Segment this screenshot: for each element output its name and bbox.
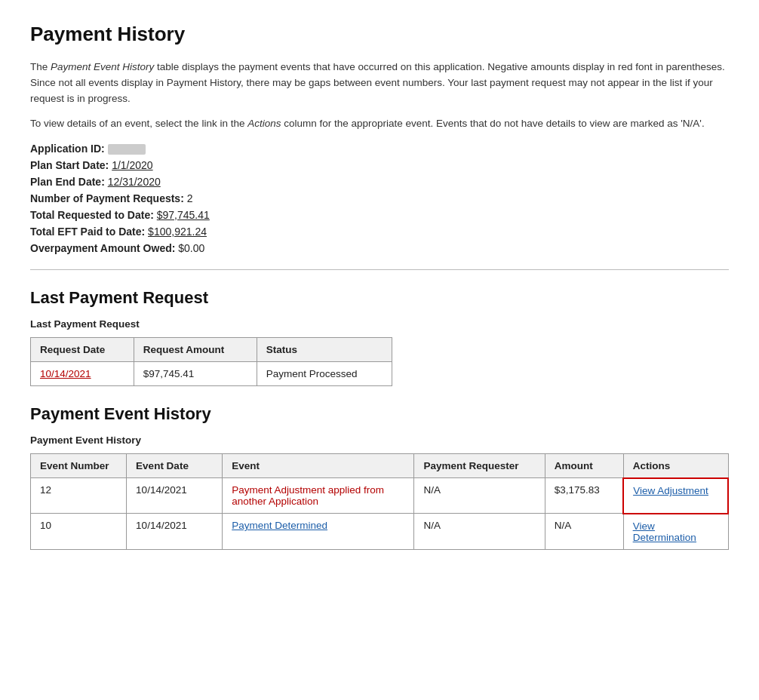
last-payment-header-row: Request Date Request Amount Status <box>31 337 392 361</box>
total-eft-label: Total EFT Paid to Date: <box>30 226 145 238</box>
num-requests-label: Number of Payment Requests: <box>30 192 184 204</box>
col-status: Status <box>257 337 392 361</box>
num-requests-row: Number of Payment Requests: 2 <box>30 192 729 204</box>
total-eft-value[interactable]: $100,921.24 <box>148 226 207 238</box>
total-requested-label: Total Requested to Date: <box>30 209 154 221</box>
cell-amount: N/A <box>545 514 623 550</box>
cell-event-date: 10/14/2021 <box>127 478 223 514</box>
plan-end-label: Plan End Date: <box>30 176 105 188</box>
application-id-row: Application ID: <box>30 143 729 155</box>
cell-event-date: 10/14/2021 <box>127 514 223 550</box>
col-payment-requester: Payment Requester <box>414 453 545 478</box>
last-payment-heading: Last Payment Request <box>30 288 729 308</box>
cell-payment-requester: N/A <box>414 478 545 514</box>
cell-request-amount: $97,745.41 <box>134 361 257 385</box>
cell-event-number: 12 <box>31 478 127 514</box>
cell-event: Payment Determined <box>223 514 414 550</box>
table-row: 12 10/14/2021 Payment Adjustment applied… <box>31 478 729 514</box>
page-title: Payment History <box>30 23 729 46</box>
payment-event-header-row: Event Number Event Date Event Payment Re… <box>31 453 729 478</box>
total-eft-row: Total EFT Paid to Date: $100,921.24 <box>30 226 729 238</box>
action-link-1[interactable]: View Determination <box>633 520 696 543</box>
application-info: Application ID: Plan Start Date: 1/1/202… <box>30 143 729 254</box>
cell-amount: $3,175.83 <box>545 478 623 514</box>
plan-start-row: Plan Start Date: 1/1/2020 <box>30 159 729 171</box>
last-payment-table-title: Last Payment Request <box>30 318 729 330</box>
plan-end-row: Plan End Date: 12/31/2020 <box>30 176 729 188</box>
total-requested-row: Total Requested to Date: $97,745.41 <box>30 209 729 221</box>
plan-end-value[interactable]: 12/31/2020 <box>108 176 161 188</box>
plan-start-value[interactable]: 1/1/2020 <box>112 159 153 171</box>
col-request-amount: Request Amount <box>134 337 257 361</box>
cell-event-number: 10 <box>31 514 127 550</box>
col-request-date: Request Date <box>31 337 134 361</box>
payment-event-table-title: Payment Event History <box>30 434 729 446</box>
col-event-date: Event Date <box>127 453 223 478</box>
description-2: To view details of an event, select the … <box>30 116 729 132</box>
cell-status: Payment Processed <box>257 361 392 385</box>
application-id-label: Application ID: <box>30 143 105 155</box>
cell-actions[interactable]: View Determination <box>623 514 728 550</box>
application-id-redacted <box>108 144 146 155</box>
description-1: The Payment Event History table displays… <box>30 60 729 107</box>
cell-actions[interactable]: View Adjustment <box>623 478 728 514</box>
overpayment-row: Overpayment Amount Owed: $0.00 <box>30 242 729 254</box>
last-payment-table: Request Date Request Amount Status 10/14… <box>30 337 392 386</box>
col-event: Event <box>223 453 414 478</box>
italic-actions: Actions <box>247 118 281 129</box>
table-row: 10/14/2021 $97,745.41 Payment Processed <box>31 361 392 385</box>
action-link-0[interactable]: View Adjustment <box>633 485 708 496</box>
cell-payment-requester: N/A <box>414 514 545 550</box>
total-requested-value[interactable]: $97,745.41 <box>157 209 210 221</box>
cell-request-date: 10/14/2021 <box>31 361 134 385</box>
payment-event-table: Event Number Event Date Event Payment Re… <box>30 453 729 550</box>
divider <box>30 269 729 270</box>
plan-start-label: Plan Start Date: <box>30 159 109 171</box>
table-row: 10 10/14/2021 Payment Determined N/A N/A… <box>31 514 729 550</box>
cell-event: Payment Adjustment applied from another … <box>223 478 414 514</box>
col-actions: Actions <box>623 453 728 478</box>
col-event-number: Event Number <box>31 453 127 478</box>
overpayment-label: Overpayment Amount Owed: <box>30 242 175 254</box>
italic-payment-event-history: Payment Event History <box>51 61 154 72</box>
overpayment-value: $0.00 <box>178 242 204 254</box>
payment-event-heading: Payment Event History <box>30 404 729 424</box>
col-amount: Amount <box>545 453 623 478</box>
num-requests-value: 2 <box>187 192 193 204</box>
